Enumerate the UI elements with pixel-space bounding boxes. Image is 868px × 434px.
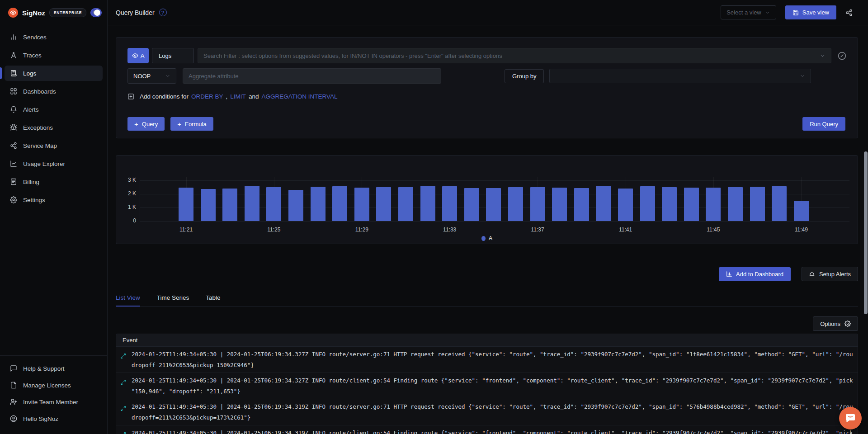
brand-name: SigNoz — [22, 9, 45, 17]
sidebar-item-logs[interactable]: Logs — [5, 66, 103, 81]
limit-link[interactable]: LIMIT — [230, 93, 246, 100]
histogram-bar — [222, 189, 237, 221]
view-tabs: List View Time Series Table — [116, 294, 858, 307]
histogram-bar — [772, 186, 787, 221]
histogram-bar — [706, 188, 721, 221]
sidebar-item-label: Dashboards — [23, 88, 56, 95]
add-query-button[interactable]: + Query — [127, 117, 165, 131]
chat-widget-button[interactable] — [839, 407, 862, 429]
add-to-dashboard-button[interactable]: Add to Dashboard — [719, 267, 791, 281]
sidebar-footer-item-hello-signoz[interactable]: Hello SigNoz — [5, 411, 103, 426]
log-line: 2024-01-25T11:49:34+05:30 | 2024-01-25T0… — [132, 401, 853, 412]
plus-square-icon[interactable] — [127, 93, 134, 100]
scrollbar-thumb[interactable] — [864, 151, 868, 314]
sidebar-item-alerts[interactable]: Alerts — [5, 102, 103, 117]
aggregate-placeholder: Aggregate attribute — [189, 73, 239, 80]
share-icon[interactable] — [845, 9, 853, 16]
query-a-toggle[interactable]: A — [127, 48, 149, 63]
expand-icon[interactable] — [120, 379, 126, 385]
theme-toggle[interactable]: ☾ — [90, 8, 102, 17]
histogram-bar — [266, 187, 281, 221]
chevron-down-icon — [165, 73, 170, 79]
sidebar-footer-item-manage-licenses[interactable]: Manage Licenses — [5, 377, 103, 393]
receipt-icon — [10, 178, 17, 185]
histogram-bar — [486, 188, 501, 221]
page-scrollbar[interactable] — [864, 0, 868, 434]
histogram-bar — [311, 187, 326, 221]
histogram-bar — [354, 188, 369, 221]
setup-alerts-button[interactable]: Setup Alerts — [802, 267, 858, 281]
sidebar-item-usage-explorer[interactable]: Usage Explorer — [5, 156, 103, 171]
x-axis-tick: 11:33 — [439, 226, 461, 233]
tab-table[interactable]: Table — [206, 294, 220, 306]
topbar: Query Builder ? Select a view Save view — [108, 0, 868, 25]
y-axis-tick: 3 K — [116, 177, 136, 183]
grid-icon — [10, 88, 17, 95]
histogram-bar — [596, 186, 611, 221]
chevron-down-icon — [765, 10, 770, 15]
aggregation-interval-link[interactable]: AGGREGATION INTERVAL — [261, 93, 337, 100]
logs-icon — [10, 70, 17, 77]
query-builder-panel: A Logs Search Filter : select options fr… — [116, 37, 858, 138]
sidebar-item-label: Help & Support — [23, 365, 65, 372]
help-icon[interactable]: ? — [159, 9, 167, 16]
aggregate-operator-dropdown[interactable]: NOOP — [127, 68, 176, 84]
order-by-link[interactable]: ORDER BY — [191, 93, 223, 100]
expand-icon[interactable] — [120, 406, 126, 411]
log-row[interactable]: 2024-01-25T11:49:34+05:30 | 2024-01-25T0… — [116, 425, 858, 434]
nodes-icon — [10, 142, 17, 149]
chart-box-icon — [10, 160, 17, 167]
gear-icon — [10, 196, 17, 203]
sidebar-item-traces[interactable]: Traces — [5, 47, 103, 63]
log-row[interactable]: 2024-01-25T11:49:34+05:30 | 2024-01-25T0… — [116, 373, 858, 399]
sidebar-item-services[interactable]: Services — [5, 29, 103, 45]
datasource-dropdown[interactable]: Logs — [152, 48, 194, 63]
log-rows-container: 2024-01-25T11:49:34+05:30 | 2024-01-25T0… — [116, 347, 858, 434]
sidebar-item-service-map[interactable]: Service Map — [5, 138, 103, 153]
brand-header: SigNoz ENTERPRISE ☾ — [0, 0, 107, 25]
conditions-prefix: Add conditions for — [140, 93, 189, 100]
user-circle-icon — [10, 415, 17, 422]
sidebar-item-settings[interactable]: Settings — [5, 192, 103, 208]
histogram-bar — [552, 188, 567, 221]
sidebar-footer-item-help-support[interactable]: Help & Support — [5, 361, 103, 376]
run-query-button[interactable]: Run Query — [802, 117, 845, 131]
group-by-dropdown[interactable] — [549, 69, 811, 83]
alarm-bell-icon — [809, 271, 815, 277]
log-line: "150,946", "dropoff": "211,653"} — [132, 386, 853, 397]
histogram-bar — [376, 187, 391, 221]
compass-icon — [10, 52, 17, 59]
close-query-icon[interactable] — [838, 52, 846, 60]
options-button[interactable]: Options — [813, 316, 858, 331]
histogram-bar — [750, 187, 765, 221]
eye-icon — [132, 52, 138, 59]
save-view-button[interactable]: Save view — [785, 5, 836, 19]
search-filter-input[interactable]: Search Filter : select options from sugg… — [198, 48, 831, 63]
sidebar-item-label: Logs — [23, 70, 36, 77]
expand-icon[interactable] — [120, 353, 126, 359]
bug-icon — [10, 124, 17, 131]
sidebar-item-exceptions[interactable]: Exceptions — [5, 120, 103, 135]
expand-icon[interactable] — [120, 432, 126, 434]
chart-actions-row: Add to Dashboard Setup Alerts — [116, 267, 858, 281]
sidebar-item-label: Exceptions — [23, 124, 53, 131]
logs-histogram-chart: A 01 K2 K3 K11:2111:2511:2911:3311:3711:… — [116, 155, 858, 244]
chevron-down-icon — [800, 73, 805, 79]
tab-list-view[interactable]: List View — [116, 294, 140, 306]
histogram-bar — [662, 187, 677, 221]
log-line: dropoff=211%2C653&pickup=173%2C61"} — [132, 412, 853, 423]
log-row[interactable]: 2024-01-25T11:49:34+05:30 | 2024-01-25T0… — [116, 347, 858, 373]
sidebar-footer-item-invite-team-member[interactable]: Invite Team Member — [5, 394, 103, 410]
tab-time-series[interactable]: Time Series — [157, 294, 189, 306]
aggregate-attribute-input[interactable]: Aggregate attribute — [183, 68, 441, 84]
log-row[interactable]: 2024-01-25T11:49:34+05:30 | 2024-01-25T0… — [116, 399, 858, 425]
sidebar-item-dashboards[interactable]: Dashboards — [5, 84, 103, 99]
chart-legend[interactable]: A — [116, 235, 858, 241]
search-placeholder: Search Filter : select options from sugg… — [203, 52, 820, 59]
sidebar-item-billing[interactable]: Billing — [5, 174, 103, 189]
select-view-dropdown[interactable]: Select a view — [721, 5, 776, 19]
add-formula-button[interactable]: + Formula — [170, 117, 213, 131]
histogram-bar — [442, 186, 457, 221]
sidebar-item-label: Usage Explorer — [23, 160, 65, 167]
log-line: 2024-01-25T11:49:34+05:30 | 2024-01-25T0… — [132, 428, 853, 434]
